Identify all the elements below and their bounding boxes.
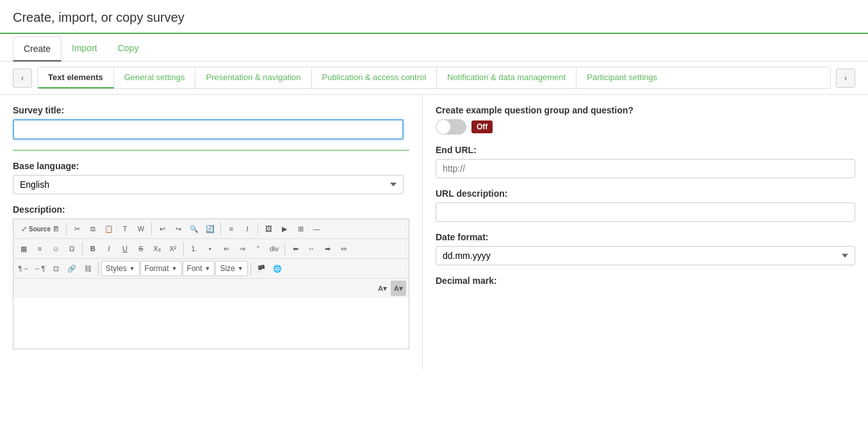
toolbar-sep-6 [183, 242, 184, 255]
bold-button[interactable]: B [85, 241, 101, 256]
styles-dropdown[interactable]: Styles ▼ [101, 261, 140, 276]
toggle-track[interactable] [436, 119, 466, 135]
top-tabs: Create Import Copy [0, 37, 868, 62]
end-url-label: End URL: [436, 145, 855, 155]
text-color-button[interactable]: A▾ [375, 281, 390, 296]
description-editor-body[interactable] [13, 298, 409, 349]
toggle-switch[interactable] [436, 119, 466, 135]
nav-tab-text-elements[interactable]: Text elements [38, 67, 114, 88]
toggle-group: Off [436, 119, 855, 135]
date-format-label: Date format: [436, 232, 855, 242]
toolbar-row-2: ▦ ≡ ☺ Ω B I U S X₂ X² 1. • ⇐ ⇒ " [13, 239, 409, 259]
nav-tabs: Text elements General settings Presentat… [37, 67, 831, 89]
toolbar-sep-3 [220, 222, 221, 235]
italic-button[interactable]: I [101, 241, 117, 256]
align-l-button[interactable]: ⬅ [288, 241, 303, 256]
toolbar-row-3: ¶→ ←¶ ⊡ 🔗 ⛓ Styles ▼ Format ▼ Fon [13, 259, 409, 279]
toolbar-row-1: ⤢ Source 🖹 ✂ ⧉ 📋 T W ↩ ↪ 🔍 🔄 [13, 219, 409, 239]
copy-button[interactable]: ⧉ [85, 221, 101, 236]
nav-tab-presentation[interactable]: Presentation & navigation [195, 67, 311, 88]
bg-color-button[interactable]: A▾ [391, 281, 406, 296]
underline-button[interactable]: U [117, 241, 133, 256]
outdent-button[interactable]: ⇐ [218, 241, 234, 256]
toolbar-sep-5 [82, 242, 83, 255]
templates-button[interactable]: 🖹 [48, 221, 63, 236]
horizontal-line-button[interactable]: — [309, 221, 324, 236]
font-dropdown[interactable]: Font ▼ [183, 261, 215, 276]
example-question-label: Create example question group and questi… [436, 105, 855, 115]
url-description-group: URL description: [436, 188, 855, 222]
align-center-btn[interactable]: ≡ [32, 241, 47, 256]
source-button[interactable]: Source [32, 221, 47, 236]
format-dropdown[interactable]: Format ▼ [140, 261, 182, 276]
url-description-label: URL description: [436, 188, 855, 199]
align-r-button[interactable]: ➡ [320, 241, 335, 256]
div-button[interactable]: div [266, 241, 282, 256]
nav-tab-participant[interactable]: Participant settings [577, 67, 667, 88]
table-button[interactable]: ▦ [16, 241, 31, 256]
strike-button[interactable]: S [133, 241, 149, 256]
unordered-list-button[interactable]: • [202, 241, 218, 256]
page-header: Create, import, or copy survey [0, 0, 868, 34]
align-left-button[interactable]: ≡ [224, 221, 239, 236]
base-language-select[interactable]: English [13, 175, 404, 194]
replace-button[interactable]: 🔄 [202, 221, 218, 236]
redo-button[interactable]: ↪ [170, 221, 186, 236]
superscript-button[interactable]: X² [165, 241, 181, 256]
toolbar-sep-9 [250, 262, 251, 275]
flash-button[interactable]: ▶ [277, 221, 292, 236]
format-label: Format [145, 264, 169, 273]
undo-button[interactable]: ↩ [154, 221, 170, 236]
special-char-button[interactable]: Ω [64, 241, 79, 256]
tab-import[interactable]: Import [61, 37, 108, 62]
size-dropdown[interactable]: Size ▼ [215, 261, 247, 276]
paste-button[interactable]: 📋 [101, 221, 117, 236]
styles-arrow-icon: ▼ [129, 265, 135, 272]
nav-tab-general-settings[interactable]: General settings [114, 67, 196, 88]
date-format-select[interactable]: dd.mm.yyyy [436, 246, 855, 265]
find-button[interactable]: 🔍 [186, 221, 202, 236]
text-dir-rtl-button[interactable]: ←¶ [32, 261, 47, 276]
ordered-list-button[interactable]: 1. [186, 241, 202, 256]
styles-label: Styles [106, 264, 127, 273]
editor-toolbar: ⤢ Source 🖹 ✂ ⧉ 📋 T W ↩ ↪ 🔍 🔄 [13, 219, 409, 298]
widget-button[interactable]: ⊡ [48, 261, 63, 276]
toolbar-sep-2 [151, 222, 152, 235]
align-c-button[interactable]: ↔ [304, 241, 319, 256]
link-button[interactable]: 🔗 [64, 261, 79, 276]
blockquote-button[interactable]: " [250, 241, 266, 256]
italic-toolbar-button[interactable]: I [240, 221, 255, 236]
globe-button[interactable]: 🌐 [270, 261, 285, 276]
font-label: Font [187, 264, 202, 273]
text-dir-ltr-button[interactable]: ¶→ [16, 261, 31, 276]
end-url-group: End URL: [436, 145, 855, 178]
date-format-group: Date format: dd.mm.yyyy [436, 232, 855, 265]
subscript-button[interactable]: X₂ [149, 241, 165, 256]
align-j-button[interactable]: ⇔ [336, 241, 351, 256]
paste-word-button[interactable]: W [133, 221, 149, 236]
nav-tab-notification[interactable]: Notification & data management [437, 67, 577, 88]
flag-button[interactable]: 🏴 [254, 261, 269, 276]
table-insert-button[interactable]: ⊞ [293, 221, 308, 236]
end-url-input[interactable] [436, 159, 855, 178]
url-description-input[interactable] [436, 202, 855, 222]
decimal-mark-label: Decimal mark: [436, 276, 855, 286]
paste-text-button[interactable]: T [117, 221, 133, 236]
nav-next-button[interactable]: › [836, 69, 855, 88]
toolbar-sep-8 [98, 262, 99, 275]
unlink-button[interactable]: ⛓ [80, 261, 95, 276]
right-panel: Create example question group and questi… [423, 95, 868, 370]
image-button[interactable]: 🖼 [261, 221, 276, 236]
cut-button[interactable]: ✂ [69, 221, 85, 236]
tab-copy[interactable]: Copy [108, 37, 149, 62]
base-language-group: Base language: English [13, 161, 409, 194]
nav-tab-publication[interactable]: Publication & access control [312, 67, 438, 88]
emoji-button[interactable]: ☺ [48, 241, 63, 256]
tab-create[interactable]: Create [13, 37, 61, 62]
description-label: Description: [13, 204, 409, 215]
nav-prev-button[interactable]: ‹ [13, 69, 32, 88]
font-arrow-icon: ▼ [205, 265, 211, 272]
survey-title-input[interactable] [13, 119, 404, 140]
toggle-knob [436, 120, 450, 134]
indent-button[interactable]: ⇒ [234, 241, 250, 256]
